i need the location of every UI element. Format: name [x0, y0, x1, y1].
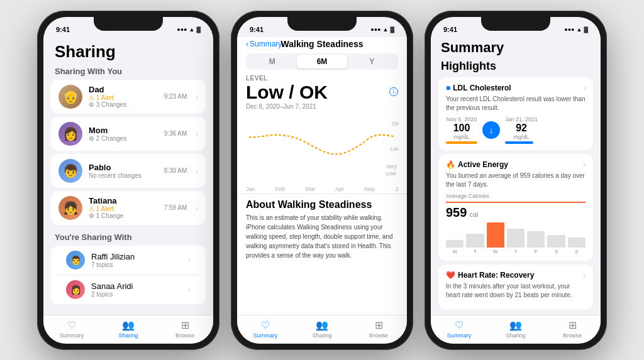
energy-card[interactable]: 🔥 Active Energy › You burned an average …: [438, 154, 593, 261]
tab-browse-3[interactable]: ⊞ Browse: [544, 319, 601, 339]
back-button[interactable]: ‹ Summary: [246, 40, 282, 48]
chevron-mom-icon: ›: [196, 130, 198, 138]
energy-text: You burned an average of 959 calories a …: [446, 172, 586, 189]
raffi-topics: 7 topics: [91, 261, 179, 268]
chol-item-1: Nov 5, 2020 100 mg/dL: [446, 116, 477, 144]
x-label-may: May: [364, 186, 375, 192]
bar-6: [568, 237, 586, 248]
battery-icon: ▓: [196, 26, 201, 33]
chevron-pablo-icon: ›: [196, 167, 198, 175]
raffi-info: Raffi Jilizian 7 topics: [91, 252, 179, 268]
tab-sharing-label-2: Sharing: [312, 332, 331, 339]
signal-icon: ●●●: [177, 26, 187, 33]
about-section: About Walking Steadiness This is an esti…: [237, 194, 407, 265]
contact-dad-name: Dad: [89, 85, 158, 94]
tab-sharing-2[interactable]: 👥 Sharing: [294, 319, 350, 339]
tab-sharing-3[interactable]: 👥 Sharing: [487, 319, 544, 339]
tab-sharing-1[interactable]: 👥 Sharing: [100, 319, 157, 339]
summary-screen-title: Summary: [431, 37, 601, 58]
heartrate-chevron-icon: ›: [583, 271, 586, 280]
tab-summary-3[interactable]: ♡ Summary: [431, 319, 487, 339]
status-time-2: 9:41: [250, 26, 264, 33]
walking-nav-title: Walking Steadiness: [281, 39, 364, 49]
svg-text:Very: Very: [386, 163, 397, 170]
cholesterol-text: Your recent LDL Cholesterol result was l…: [446, 95, 586, 112]
tab-summary-1[interactable]: ♡ Summary: [43, 319, 100, 339]
browse-icon-1: ⊞: [181, 319, 189, 331]
tab-browse-2[interactable]: ⊞ Browse: [350, 319, 407, 339]
energy-chevron-icon: ›: [583, 160, 586, 169]
contact-dad-alert: ⚠ 1 Alert: [89, 94, 158, 101]
chol-bar-2: [505, 141, 533, 144]
status-time-1: 9:41: [56, 26, 70, 33]
bar-0: [446, 240, 464, 248]
contact-tatiana-changes: ⚙ 1 Change: [89, 212, 158, 219]
tab-summary-2[interactable]: ♡ Summary: [237, 319, 294, 339]
time-btn-m[interactable]: M: [247, 55, 297, 68]
chol-item-2: Jan 21, 2021 92 mg/dL: [505, 116, 538, 144]
wifi-icon: ▲: [189, 26, 195, 33]
contact-pablo-changes: No recent changes: [89, 172, 158, 179]
time-selector: M 6M Y: [246, 53, 398, 70]
bar-1: [466, 234, 484, 248]
tab-browse-label-1: Browse: [175, 332, 194, 339]
energy-title: 🔥 Active Energy: [446, 160, 508, 169]
cal-value: 959: [446, 205, 467, 220]
divider: [58, 275, 198, 275]
phone-walking: 9:41 ●●● ▲ ▓ ‹ Summary Walking Steadines…: [231, 11, 413, 350]
back-label: Summary: [250, 40, 282, 48]
heartrate-header: ❤️ Heart Rate: Recovery ›: [446, 271, 586, 280]
time-btn-6m[interactable]: 6M: [297, 55, 347, 68]
chevron-tatiana-icon: ›: [196, 204, 198, 212]
bar-label-3: T: [507, 249, 525, 254]
cholesterol-values: Nov 5, 2020 100 mg/dL ↓ Jan 21, 2021 92 …: [446, 116, 586, 144]
contact-tatiana[interactable]: 👧 Tatiana ⚠ 1 Alert ⚙ 1 Change 7:59 AM ›: [51, 191, 206, 225]
status-time-3: 9:41: [443, 26, 457, 33]
notch-2: [287, 17, 357, 31]
chol-bar-1: [446, 141, 477, 144]
info-icon[interactable]: i: [389, 87, 398, 96]
avatar-tatiana: 👧: [58, 196, 82, 220]
cholesterol-chevron-icon: ›: [583, 84, 586, 92]
sharing-title: Sharing: [43, 37, 213, 64]
walking-nav: ‹ Summary Walking Steadiness: [237, 37, 407, 51]
tab-browse-1[interactable]: ⊞ Browse: [157, 319, 213, 339]
bar-label-6: S: [568, 249, 586, 254]
fire-icon: 🔥: [446, 160, 455, 169]
signal-icon-2: ●●●: [370, 26, 380, 33]
ldl-icon: ■: [446, 84, 450, 92]
bar-3: [507, 229, 525, 248]
contact-tatiana-time: 7:59 AM: [164, 204, 187, 211]
share-item-sanaa[interactable]: 👩 Sanaa Aridi 2 topics ›: [58, 276, 198, 303]
heartrate-text: In the 3 minutes after your last workout…: [446, 282, 586, 300]
bar-label-4: F: [527, 249, 545, 254]
contact-mom-name: Mom: [89, 126, 158, 135]
contact-dad-info: Dad ⚠ 1 Alert ⚙ 3 Changes: [89, 85, 158, 108]
cholesterol-card[interactable]: ■ LDL Cholesterol › Your recent LDL Chol…: [438, 77, 593, 150]
contact-pablo[interactable]: 👦 Pablo No recent changes 8:30 AM ›: [51, 154, 206, 188]
cholesterol-header: ■ LDL Cholesterol ›: [446, 84, 586, 92]
contact-mom[interactable]: 👩 Mom ⚙ 2 Changes 9:36 AM ›: [51, 117, 206, 151]
contact-pablo-name: Pablo: [89, 163, 158, 172]
svg-text:Low: Low: [386, 170, 396, 177]
chol-unit-2: mg/dL: [505, 134, 538, 140]
bar-label-0: M: [446, 249, 464, 254]
contact-dad[interactable]: 👴 Dad ⚠ 1 Alert ⚙ 3 Changes 9:23 AM ›: [51, 80, 206, 114]
heartrate-title-text: Heart Rate: Recovery: [458, 271, 534, 280]
summary-icon-2: ♡: [261, 319, 270, 331]
tab-sharing-label-1: Sharing: [118, 332, 138, 339]
notch-3: [481, 17, 550, 31]
heartrate-card[interactable]: ❤️ Heart Rate: Recovery › In the 3 minut…: [438, 265, 593, 310]
bar-label-1: T: [466, 249, 484, 254]
time-btn-y[interactable]: Y: [347, 55, 397, 68]
level-value: Low / OK: [237, 82, 336, 102]
share-item-raffi[interactable]: 👨 Raffi Jilizian 7 topics ›: [58, 246, 198, 274]
svg-text:Low: Low: [390, 146, 398, 153]
bar-chart-label: Average Calories: [446, 193, 586, 199]
tab-summary-label-1: Summary: [60, 332, 84, 339]
x-label-apr: Apr: [335, 186, 344, 192]
status-icons-3: ●●● ▲ ▓: [564, 26, 588, 33]
tab-bar-3: ♡ Summary 👥 Sharing ⊞ Browse: [431, 315, 601, 344]
tab-bar-2: ♡ Summary 👥 Sharing ⊞ Browse: [237, 315, 407, 344]
contact-tatiana-name: Tatiana: [89, 196, 158, 205]
